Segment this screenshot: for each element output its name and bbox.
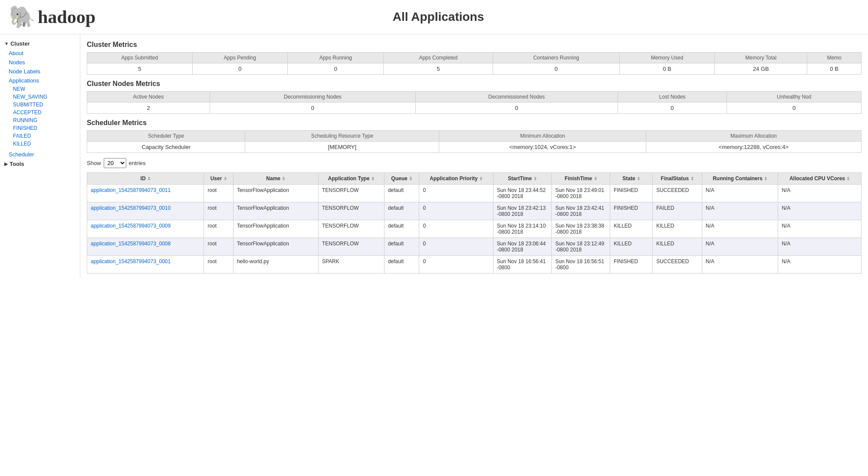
val-active-nodes: 2: [87, 102, 210, 114]
sidebar-item-nodes[interactable]: Nodes: [0, 58, 80, 67]
app-id-link[interactable]: application_1542587994073_0008: [91, 241, 171, 247]
logo-text: hadoop: [38, 7, 95, 27]
app-id-link[interactable]: application_1542587994073_0001: [91, 258, 171, 264]
app-type: SPARK: [322, 258, 339, 264]
entries-label: entries: [129, 160, 146, 166]
app-finishtime: Sun Nov 18 23:12:49 -0800 2018: [555, 241, 604, 253]
col-unhealthy-nodes: Unhealthy Nod: [727, 92, 861, 102]
col-memory-used: Memory Used: [619, 53, 715, 63]
sidebar-item-scheduler[interactable]: Scheduler: [0, 150, 80, 159]
th-state[interactable]: State ⇕: [610, 173, 653, 185]
app-id-link[interactable]: application_1542587994073_0011: [91, 187, 171, 193]
app-type: TENSORFLOW: [322, 205, 359, 211]
tools-label: Tools: [10, 161, 24, 167]
th-finishtime[interactable]: FinishTime ⇕: [552, 173, 610, 185]
sidebar-item-finished[interactable]: FINISHED: [0, 124, 80, 132]
val-memory-used: 0 B: [619, 63, 715, 75]
app-queue: default: [388, 258, 404, 264]
val-lost-nodes: 0: [618, 102, 727, 114]
sidebar-item-new-saving[interactable]: NEW_SAVING: [0, 93, 80, 101]
th-app-type[interactable]: Application Type ⇕: [318, 173, 384, 185]
page-title: All Applications: [95, 10, 859, 24]
th-priority[interactable]: Application Priority ⇕: [419, 173, 493, 185]
val-apps-running: 0: [288, 63, 384, 75]
app-type: TENSORFLOW: [322, 187, 359, 193]
app-finishtime: Sun Nov 18 23:38:38 -0800 2018: [555, 223, 604, 235]
app-priority: 0: [423, 258, 426, 264]
sidebar-item-new[interactable]: NEW: [0, 85, 80, 93]
th-name[interactable]: Name ⇕: [233, 173, 318, 185]
sidebar-item-running[interactable]: RUNNING: [0, 116, 80, 124]
app-name: TensorFlowApplication: [237, 205, 289, 211]
col-apps-running: Apps Running: [288, 53, 384, 63]
sidebar-item-killed[interactable]: KILLED: [0, 140, 80, 148]
val-scheduling-resource-type: [MEMORY]: [245, 142, 439, 153]
logo: 🐘 hadoop: [9, 4, 95, 30]
content-area: Cluster Metrics Apps Submitted Apps Pend…: [80, 34, 868, 278]
sidebar-item-applications[interactable]: Applications: [0, 76, 80, 85]
th-state-label: State: [622, 175, 635, 182]
th-starttime[interactable]: StartTime ⇕: [493, 173, 552, 185]
th-name-label: Name: [266, 175, 280, 182]
scheduler-metrics-table: Scheduler Type Scheduling Resource Type …: [87, 130, 861, 153]
sidebar-item-about[interactable]: About: [0, 49, 80, 58]
sidebar-item-node-labels[interactable]: Node Labels: [0, 67, 80, 76]
table-row: application_1542587994073_0001roothello-…: [87, 256, 861, 274]
col-max-allocation: Maximum Allocation: [646, 131, 861, 142]
app-starttime: Sun Nov 18 23:42:13 -0800 2018: [497, 205, 546, 217]
tools-arrow-icon: ▶: [4, 162, 8, 166]
cluster-section-title[interactable]: ▼ Cluster: [0, 39, 80, 49]
table-row: application_1542587994073_0010rootTensor…: [87, 202, 861, 220]
col-active-nodes: Active Nodes: [87, 92, 210, 102]
app-finalstatus: KILLED: [656, 241, 674, 247]
th-containers[interactable]: Running Containers ⇕: [702, 173, 778, 185]
val-memo: 0 B: [807, 63, 861, 75]
th-finalstatus[interactable]: FinalStatus ⇕: [653, 173, 702, 185]
th-cpuvcores[interactable]: Allocated CPU VCores ⇕: [778, 173, 861, 185]
col-scheduling-resource-type: Scheduling Resource Type: [245, 131, 439, 142]
app-name: hello-world.py: [237, 258, 269, 264]
app-queue: default: [388, 223, 404, 229]
cluster-metrics-title: Cluster Metrics: [87, 41, 861, 49]
val-apps-completed: 5: [384, 63, 493, 75]
sort-queue-icon: ⇕: [409, 176, 412, 181]
sidebar-item-failed[interactable]: FAILED: [0, 132, 80, 140]
th-queue-label: Queue: [391, 175, 407, 182]
app-finishtime: Sun Nov 18 23:42:41 -0800 2018: [555, 205, 604, 217]
app-finalstatus: SUCCEEDED: [656, 187, 689, 193]
th-user-label: User: [210, 175, 222, 182]
app-finalstatus: FAILED: [656, 205, 674, 211]
app-finishtime: Sun Nov 18 16:56:51 -0800: [555, 258, 604, 271]
tools-section-title[interactable]: ▶ Tools: [0, 159, 80, 169]
app-cpuvcores: N/A: [782, 241, 790, 247]
app-containers: N/A: [706, 258, 714, 264]
th-id[interactable]: ID ⇕: [87, 173, 204, 185]
app-finalstatus: KILLED: [656, 223, 674, 229]
th-queue[interactable]: Queue ⇕: [384, 173, 419, 185]
app-id-link[interactable]: application_1542587994073_0009: [91, 223, 171, 229]
app-type: TENSORFLOW: [322, 223, 359, 229]
th-id-label: ID: [141, 175, 146, 182]
show-entries-control: Show 10 20 50 100 entries: [87, 158, 861, 168]
sort-containers-icon: ⇕: [764, 176, 767, 181]
app-starttime: Sun Nov 18 23:44:52 -0800 2018: [497, 187, 546, 199]
th-user[interactable]: User ⇕: [204, 173, 233, 185]
app-name: TensorFlowApplication: [237, 187, 289, 193]
sidebar-item-accepted[interactable]: ACCEPTED: [0, 109, 80, 116]
app-queue: default: [388, 241, 404, 247]
app-queue: default: [388, 187, 404, 193]
table-row: application_1542587994073_0011rootTensor…: [87, 185, 861, 202]
col-lost-nodes: Lost Nodes: [618, 92, 727, 102]
nodes-metrics-title: Cluster Nodes Metrics: [87, 80, 861, 88]
app-priority: 0: [423, 205, 426, 211]
app-containers: N/A: [706, 187, 714, 193]
val-decommissioning-nodes: 0: [210, 102, 415, 114]
entries-select[interactable]: 10 20 50 100: [104, 158, 126, 168]
val-scheduler-type: Capacity Scheduler: [87, 142, 245, 153]
th-starttime-label: StartTime: [508, 175, 532, 182]
sidebar-item-submitted[interactable]: SUBMITTED: [0, 101, 80, 109]
app-id-link[interactable]: application_1542587994073_0010: [91, 205, 171, 211]
val-memory-total: 24 GB: [715, 63, 807, 75]
val-decommissioned-nodes: 0: [415, 102, 618, 114]
cluster-arrow-icon: ▼: [4, 41, 9, 46]
